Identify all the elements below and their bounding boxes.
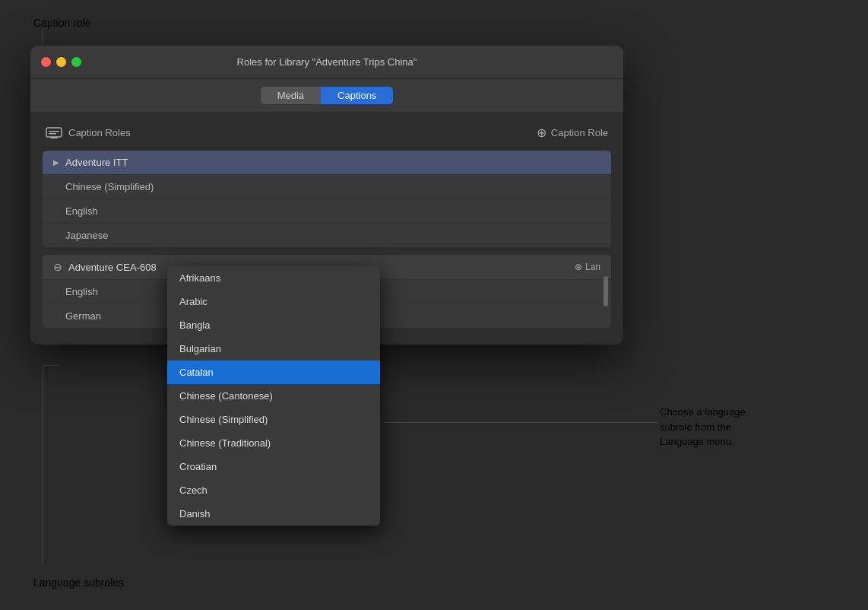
- add-language-label: Lan: [585, 262, 600, 272]
- svg-rect-0: [46, 128, 62, 137]
- window-title: Roles for Library "Adventure Trips China…: [237, 56, 417, 68]
- plus-icon-2: ⊕: [575, 262, 582, 272]
- dropdown-item-bangla[interactable]: Bangla: [167, 313, 380, 337]
- dropdown-item-chinese-cantonese[interactable]: Chinese (Cantonese): [167, 384, 380, 408]
- dropdown-item-afrikaans[interactable]: Afrikaans: [167, 266, 380, 290]
- role-group-header-1[interactable]: ▶ Adventure ITT: [43, 151, 611, 174]
- annotation-line-h-lang: [43, 365, 59, 366]
- annotation-line-language-subroles: [43, 365, 43, 563]
- minus-icon[interactable]: ⊖: [53, 261, 62, 273]
- subrole-chinese-simplified[interactable]: Chinese (Simplified): [43, 174, 611, 199]
- subrole-english-1[interactable]: English: [43, 199, 611, 223]
- callout-line-1: Choose a language: [660, 405, 835, 420]
- section-header: Caption Roles ⊕ Caption Role: [43, 121, 611, 145]
- close-button[interactable]: [41, 57, 51, 67]
- titlebar: Roles for Library "Adventure Trips China…: [30, 46, 623, 79]
- captions-tab[interactable]: Captions: [321, 87, 393, 104]
- dropdown-item-croatian[interactable]: Croatian: [167, 455, 380, 478]
- role-group-header-2-left: ⊖ Adventure CEA-608: [53, 261, 157, 273]
- role-group-adventure-itt: ▶ Adventure ITT Chinese (Simplified) Eng…: [43, 151, 611, 247]
- callout-line-3: Language menu.: [660, 434, 835, 450]
- traffic-lights: [41, 57, 81, 67]
- dropdown-item-catalan[interactable]: Catalan: [167, 361, 380, 384]
- plus-icon: ⊕: [537, 125, 546, 140]
- toolbar: Media Captions: [30, 79, 623, 112]
- svg-rect-2: [49, 131, 59, 132]
- dropdown-item-chinese-traditional[interactable]: Chinese (Traditional): [167, 431, 380, 455]
- maximize-button[interactable]: [71, 57, 81, 67]
- subrole-japanese[interactable]: Japanese: [43, 223, 611, 247]
- collapse-icon-1: ▶: [53, 158, 59, 167]
- caption-roles-label: Caption Roles: [68, 127, 131, 138]
- language-dropdown-menu: Afrikaans Arabic Bangla Bulgarian Catala…: [167, 266, 380, 526]
- add-language-btn[interactable]: ⊕ Lan: [575, 262, 600, 272]
- callout-line-2: subrole from the: [660, 420, 835, 435]
- caption-role-annotation: Caption role: [33, 17, 91, 29]
- language-subroles-annotation: Language subroles: [33, 577, 124, 589]
- dropdown-item-czech[interactable]: Czech: [167, 478, 380, 502]
- dropdown-item-arabic[interactable]: Arabic: [167, 290, 380, 313]
- media-tab[interactable]: Media: [261, 87, 321, 104]
- add-caption-role-label: Caption Role: [551, 127, 608, 138]
- section-header-left: Caption Roles: [46, 127, 131, 139]
- role-group-name-1: Adventure ITT: [65, 157, 128, 168]
- dropdown-item-danish[interactable]: Danish: [167, 502, 380, 526]
- dropdown-item-bulgarian[interactable]: Bulgarian: [167, 337, 380, 361]
- callout-line-horizontal: [384, 422, 657, 423]
- dropdown-item-chinese-simplified[interactable]: Chinese (Simplified): [167, 408, 380, 431]
- minimize-button[interactable]: [56, 57, 66, 67]
- callout-text-box: Choose a language subrole from the Langu…: [660, 405, 835, 450]
- role-group-name-2: Adventure CEA-608: [68, 262, 157, 273]
- caption-roles-icon: [46, 127, 62, 139]
- scrollbar[interactable]: [603, 276, 608, 307]
- svg-rect-1: [50, 137, 58, 138]
- add-caption-role-btn[interactable]: ⊕ Caption Role: [537, 125, 608, 140]
- svg-rect-3: [49, 133, 56, 135]
